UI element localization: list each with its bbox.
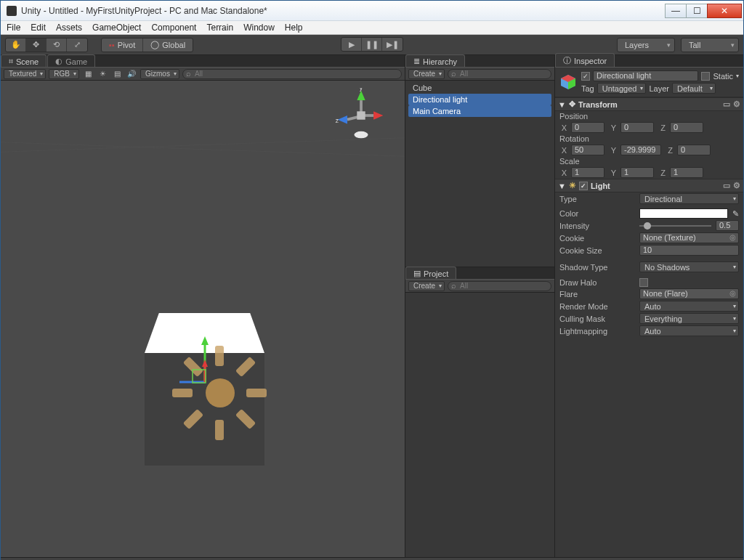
lightmapping-dropdown[interactable]: Auto [639, 325, 739, 336]
draw-halo-checkbox[interactable] [639, 278, 648, 287]
scale-z-input[interactable]: 1 [670, 167, 703, 178]
layer-dropdown[interactable]: Default [672, 83, 716, 94]
rotation-x-input[interactable]: 50 [571, 145, 604, 155]
cookie-size-label: Cookie Size [559, 246, 635, 255]
scale-tool[interactable]: ⤢ [67, 38, 87, 52]
menu-edit[interactable]: Edit [31, 23, 46, 33]
light-color-field[interactable] [639, 208, 728, 219]
static-dropdown-icon[interactable]: ▾ [736, 73, 739, 79]
culling-mask-dropdown[interactable]: Everything [639, 313, 739, 324]
svg-point-7 [355, 131, 368, 139]
project-list [405, 293, 554, 557]
scale-x-input[interactable]: 1 [571, 167, 604, 178]
transform-component-header[interactable]: ▼ ✥ Transform ▭⚙ [555, 97, 743, 111]
render-mode-dropdown[interactable]: Auto [639, 301, 739, 312]
menu-gameobject[interactable]: GameObject [92, 23, 141, 33]
render-mode-label: Render Mode [559, 302, 635, 311]
move-gizmo[interactable] [179, 335, 245, 400]
scene-audio-toggle[interactable]: 🔊 [126, 69, 137, 79]
tab-game[interactable]: ◐Game [47, 54, 95, 67]
menu-help[interactable]: Help [285, 23, 303, 33]
tab-project[interactable]: ▤Project [405, 267, 456, 279]
pivot-toggle[interactable]: ▪▪Pivot [102, 38, 143, 52]
svg-marker-10 [373, 111, 383, 119]
menu-window[interactable]: Window [243, 23, 275, 33]
layout-dropdown[interactable]: Tall [681, 38, 739, 52]
gameobject-active-checkbox[interactable]: ✓ [581, 72, 590, 81]
play-controls: ▶ ❚❚ ▶❚ [341, 37, 403, 52]
tag-label: Tag [581, 84, 594, 93]
position-x-input[interactable]: 0 [571, 122, 604, 133]
help-icon[interactable]: ▭ [723, 181, 730, 190]
hand-tool[interactable]: ✋ [6, 38, 26, 52]
tab-hierarchy[interactable]: ≣Hierarchy [405, 54, 465, 67]
menu-assets[interactable]: Assets [56, 23, 82, 33]
unity-icon [7, 6, 17, 16]
scene-light-toggle[interactable]: ☀ [97, 69, 108, 79]
gameobject-name-input[interactable]: Directional light [593, 70, 698, 81]
render-mode-dropdown[interactable]: RGB [49, 69, 79, 79]
scale-y-input[interactable]: 1 [620, 167, 654, 178]
intensity-slider[interactable] [639, 221, 711, 231]
hierarchy-item-cube[interactable]: Cube [405, 82, 554, 94]
window-maximize-button[interactable]: ☐ [686, 4, 708, 18]
static-label: Static [713, 72, 733, 81]
help-icon[interactable]: ▭ [723, 100, 730, 109]
orientation-gizmo[interactable]: y z [333, 88, 389, 143]
scene-search-input[interactable]: All [182, 69, 402, 79]
light-enabled-checkbox[interactable]: ✓ [579, 182, 588, 190]
hierarchy-item-directional-light[interactable]: Directional light [408, 94, 551, 105]
axis-z-label: z [336, 117, 339, 124]
menu-terrain[interactable]: Terrain [206, 23, 233, 33]
flare-field[interactable]: None (Flare) [639, 288, 739, 299]
shadow-type-dropdown[interactable]: No Shadows [639, 261, 739, 272]
project-search-input[interactable]: All [448, 281, 551, 291]
gizmos-dropdown[interactable]: Gizmos [140, 69, 179, 79]
svg-marker-12 [338, 115, 347, 123]
light-type-label: Type [559, 195, 635, 203]
tab-inspector[interactable]: ⓘInspector [555, 53, 615, 67]
scene-controls: Textured RGB ▦ ☀ ▤ 🔊 Gizmos All [1, 68, 405, 81]
menu-component[interactable]: Component [151, 23, 196, 33]
hierarchy-item-main-camera[interactable]: Main Camera [408, 105, 551, 117]
gear-icon[interactable]: ⚙ [733, 100, 740, 109]
tag-dropdown[interactable]: Untagged [597, 83, 647, 94]
scene-2d-toggle[interactable]: ▦ [82, 69, 94, 79]
position-y-input[interactable]: 0 [620, 122, 654, 133]
rotation-z-input[interactable]: 0 [677, 145, 711, 155]
global-toggle[interactable]: ◯Global [143, 38, 193, 52]
scene-fx-toggle[interactable]: ▤ [111, 69, 123, 79]
hierarchy-search-input[interactable]: All [448, 69, 551, 79]
draw-halo-label: Draw Halo [559, 278, 635, 287]
scene-viewport[interactable]: y z [1, 81, 405, 557]
hierarchy-list: Cube Directional light Main Camera [405, 81, 554, 267]
flare-label: Flare [559, 290, 635, 299]
step-button[interactable]: ▶❚ [382, 38, 403, 51]
pause-button[interactable]: ❚❚ [362, 38, 382, 51]
draw-mode-dropdown[interactable]: Textured [4, 69, 46, 79]
project-icon: ▤ [413, 269, 421, 278]
window-close-button[interactable]: ✕ [707, 4, 742, 18]
project-create-dropdown[interactable]: Create [408, 281, 445, 291]
layers-dropdown[interactable]: Layers [617, 38, 675, 52]
play-button[interactable]: ▶ [341, 38, 362, 51]
cookie-size-input[interactable]: 10 [639, 245, 739, 256]
rotation-y-input[interactable]: -29.9999 [620, 145, 661, 155]
cookie-field[interactable]: None (Texture) [639, 232, 739, 243]
svg-marker-1 [201, 336, 209, 345]
light-component-header[interactable]: ▼ ☀ ✓ Light ▭⚙ [555, 179, 743, 192]
position-z-input[interactable]: 0 [670, 122, 703, 133]
static-checkbox[interactable] [701, 72, 710, 81]
window-minimize-button[interactable]: — [665, 4, 687, 18]
tab-scene[interactable]: ⌗Scene [1, 54, 46, 67]
menu-file[interactable]: File [7, 23, 20, 33]
rotate-tool[interactable]: ⟲ [46, 38, 67, 52]
intensity-value[interactable]: 0.5 [716, 220, 739, 231]
gear-icon[interactable]: ⚙ [733, 181, 740, 190]
move-tool[interactable]: ✥ [26, 38, 46, 52]
eyedropper-icon[interactable]: ✎ [732, 209, 739, 219]
svg-rect-6 [193, 370, 206, 383]
gameobject-icon [559, 73, 577, 91]
light-type-dropdown[interactable]: Directional [639, 193, 739, 204]
hierarchy-create-dropdown[interactable]: Create [408, 69, 445, 79]
